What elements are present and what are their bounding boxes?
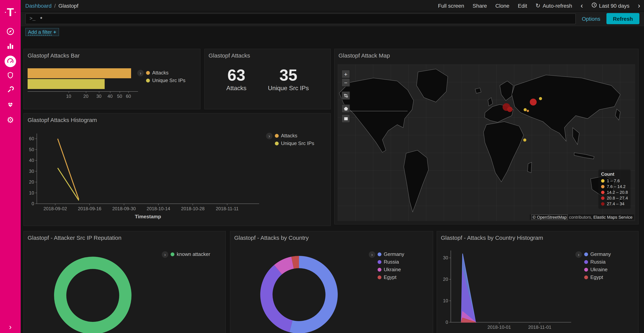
legend-item[interactable]: Russia (584, 259, 611, 265)
sidebar-item-devtools[interactable] (4, 86, 17, 95)
legend-toggle[interactable]: › (162, 251, 168, 258)
add-filter-button[interactable]: Add a filter+ (25, 28, 59, 36)
tmobile-logo[interactable]: ▪T▪ (5, 0, 16, 25)
zoom-out-button[interactable]: − (342, 78, 350, 87)
time-back-button[interactable]: ‹ (580, 2, 583, 9)
sidebar-item-monitoring[interactable] (4, 101, 17, 110)
breadcrumb: Dashboard / Glastopf (25, 3, 78, 9)
legend-toggle[interactable]: › (576, 251, 582, 258)
metric-row: 63 Attacks 35 Unique Src IPs (205, 60, 330, 92)
map-legend-row: 7.6 – 14.2 (601, 184, 628, 190)
svg-text:Timestamp: Timestamp (498, 332, 524, 333)
map-canvas[interactable]: + − (338, 65, 635, 221)
metric-label: Attacks (226, 85, 246, 92)
dashboard-grid: Glastopf Attacks Bar 102030405060 ›Attac… (21, 38, 644, 333)
elastic-maps-service-link[interactable]: Elastic Maps Service (594, 215, 632, 219)
legend-item[interactable]: Unique Src IPs (275, 140, 314, 146)
legend-item[interactable]: Germany (584, 251, 611, 257)
chart-svg: 01020302018-10-012018-11-01Timestamp (439, 247, 582, 333)
metric-value: 63 (226, 66, 246, 84)
svg-text:2018-11-11: 2018-11-11 (216, 206, 239, 211)
svg-text:2018-10-28: 2018-10-28 (181, 206, 205, 211)
clock-icon (591, 2, 597, 9)
legend-toggle[interactable]: › (369, 251, 375, 258)
time-forward-button[interactable]: › (638, 2, 640, 9)
auto-refresh-button[interactable]: ↻ Auto-refresh (536, 2, 572, 9)
panel-ip-reputation: Glastopf - Attacker Src IP Reputation ›k… (24, 231, 226, 333)
panel-by-country-histogram: Glastopf - Attacks by Country Histogram … (436, 231, 639, 333)
chart-svg: 01020304050602018-09-022018-09-162018-09… (25, 129, 271, 229)
ip-reputation-legend: ›known attacker (162, 251, 210, 258)
breadcrumb-dashboard-link[interactable]: Dashboard (25, 3, 52, 9)
metric-attacks: 63 Attacks (226, 66, 246, 92)
sidebar-item-dashboard[interactable] (4, 57, 17, 66)
heart-icon (6, 101, 14, 110)
attribution-text: contributors, (569, 215, 592, 219)
legend-item[interactable]: Egypt (584, 274, 611, 280)
legend-item[interactable]: known attacker (170, 251, 210, 257)
attack-marker[interactable] (539, 97, 542, 100)
plus-icon: + (53, 29, 56, 35)
zoom-in-button[interactable]: + (342, 70, 350, 78)
attacks-bar-chart: 102030405060 (28, 68, 142, 107)
time-range-picker[interactable]: Last 90 days (591, 2, 630, 9)
legend-toggle[interactable]: › (137, 70, 144, 76)
share-button[interactable]: Share (473, 3, 487, 9)
edit-button[interactable]: Edit (518, 3, 527, 9)
svg-text:2018-11-01: 2018-11-01 (528, 324, 552, 330)
attack-marker[interactable] (523, 139, 526, 142)
legend-toggle[interactable]: › (266, 133, 272, 139)
sidebar-item-discover[interactable] (4, 28, 17, 37)
bar-segment[interactable] (28, 68, 131, 78)
legend-item[interactable]: Germany (378, 251, 404, 257)
svg-text:2018-09-02: 2018-09-02 (44, 206, 67, 211)
panel-title: Glastopf - Attacks by Country Histogram (437, 231, 638, 242)
donut-svg (52, 255, 133, 333)
refresh-button[interactable]: Refresh (606, 13, 640, 24)
attack-marker[interactable] (524, 108, 527, 111)
search-input[interactable]: >_ * (25, 13, 576, 24)
svg-text:10: 10 (29, 190, 34, 195)
attack-marker[interactable] (530, 98, 537, 105)
world-map (338, 65, 635, 221)
gauge-icon (4, 56, 16, 67)
legend-item[interactable]: Attacks (146, 70, 185, 76)
legend-item[interactable]: Attacks (275, 133, 314, 139)
panel-title: Glastopf - Attacker Src IP Reputation (24, 231, 226, 242)
attack-marker[interactable] (527, 110, 529, 112)
crop-icon[interactable] (342, 91, 350, 100)
fullscreen-button[interactable]: Full screen (438, 3, 464, 9)
clone-button[interactable]: Clone (496, 3, 510, 9)
main-area: Dashboard / Glastopf Full screen Share C… (21, 0, 644, 333)
bar-segment[interactable] (28, 79, 105, 89)
sidebar-item-management[interactable]: ⚙ (4, 115, 17, 124)
openstreetmap-link[interactable]: © OpenStreetMap (532, 214, 568, 220)
legend-item[interactable]: Ukraine (584, 267, 611, 272)
compass-icon (6, 27, 14, 37)
query-text: * (40, 15, 42, 22)
legend-item[interactable]: Ukraine (378, 267, 404, 272)
legend-item[interactable]: Unique Src IPs (146, 78, 185, 83)
map-attribution: © OpenStreetMap contributors, Elastic Ma… (530, 214, 634, 220)
attack-marker[interactable] (507, 107, 512, 112)
polygon-icon[interactable] (342, 104, 350, 113)
by-country-histogram-chart: 01020302018-10-012018-11-01Timestamp (439, 247, 582, 333)
svg-text:50: 50 (29, 147, 34, 152)
svg-text:40: 40 (29, 158, 34, 163)
bar-chart-icon (6, 42, 14, 52)
gear-icon: ⚙ (7, 116, 14, 124)
filter-bar: Add a filter+ (21, 26, 644, 38)
legend-item[interactable]: Egypt (378, 274, 404, 280)
panel-attacks-histogram: Glastopf Attacks Histogram 0102030405060… (24, 113, 331, 226)
options-link[interactable]: Options (582, 16, 600, 22)
svg-text:2018-10-01: 2018-10-01 (488, 324, 511, 330)
wrench-icon (6, 86, 14, 95)
attacks-bar-legend: ›AttacksUnique Src IPs (137, 70, 185, 83)
svg-text:20: 20 (443, 277, 448, 282)
svg-text:2018-09-30: 2018-09-30 (112, 206, 136, 211)
sidebar-collapse-button[interactable]: › (0, 323, 21, 331)
legend-item[interactable]: Russia (378, 259, 404, 265)
rectangle-icon[interactable] (342, 114, 350, 123)
sidebar-item-security[interactable] (4, 71, 17, 81)
sidebar-item-visualize[interactable] (4, 42, 17, 51)
